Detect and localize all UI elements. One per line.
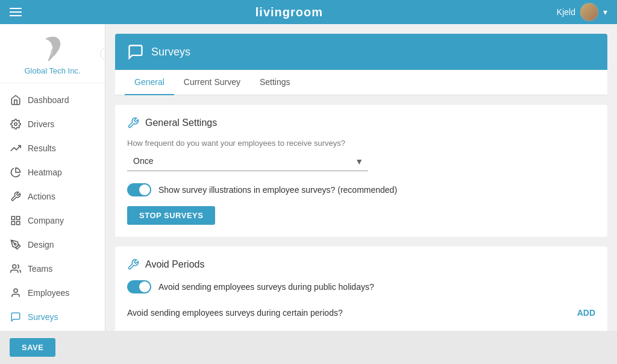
trending-icon <box>10 142 22 154</box>
save-bar: SAVE <box>0 331 617 364</box>
avoid-periods-card: Avoid Periods Avoid sending employees su… <box>115 246 607 331</box>
page-title: Surveys <box>151 46 190 58</box>
add-period-button[interactable]: ADD <box>577 308 595 318</box>
pie-icon <box>10 166 22 178</box>
illustrations-toggle-label: Show survey illustrations in employee su… <box>158 185 397 195</box>
avoid-periods-title: Avoid Periods <box>145 259 204 270</box>
certain-periods-label: Avoid sending employees surveys during c… <box>127 308 343 318</box>
sidebar-item-company[interactable]: Company <box>0 209 105 233</box>
sidebar-item-label: Dashboard <box>28 95 69 105</box>
sidebar-item-surveys[interactable]: Surveys <box>0 305 105 329</box>
home-icon <box>10 94 22 106</box>
sidebar-logo-area: Global Tech Inc. ‹ <box>0 24 105 83</box>
app-title: livingroom <box>255 5 323 19</box>
tab-general[interactable]: General <box>125 70 174 95</box>
svg-rect-3 <box>17 216 20 219</box>
sidebar-item-design[interactable]: Design <box>0 233 105 257</box>
topbar: livingroom Kjeld ▾ <box>0 0 617 24</box>
svg-rect-4 <box>11 222 14 225</box>
sidebar-item-heatmap[interactable]: Heatmap <box>0 160 105 184</box>
surveys-header-icon <box>127 43 144 60</box>
user-name: Kjeld <box>557 7 575 17</box>
hamburger-menu[interactable] <box>10 8 22 16</box>
sidebar-item-label: Teams <box>28 264 52 274</box>
sidebar: Global Tech Inc. ‹ Dashboard Drivers <box>0 24 105 331</box>
sidebar-item-teams[interactable]: Teams <box>0 257 105 281</box>
section-title-row: General Settings <box>127 117 595 129</box>
certain-periods-row: Avoid sending employees surveys during c… <box>127 303 595 322</box>
avoid-periods-icon <box>127 259 139 271</box>
sidebar-item-label: Drivers <box>28 119 54 129</box>
illustrations-toggle[interactable] <box>127 183 151 196</box>
sidebar-nav: Dashboard Drivers Results <box>0 83 105 331</box>
tab-settings[interactable]: Settings <box>250 70 300 95</box>
general-settings-title: General Settings <box>145 118 217 128</box>
sidebar-item-label: Heatmap <box>28 168 62 177</box>
save-button[interactable]: SAVE <box>10 338 55 357</box>
illustrations-toggle-row: Show survey illustrations in employee su… <box>127 183 595 196</box>
tab-current-survey[interactable]: Current Survey <box>174 70 250 95</box>
holidays-toggle-label: Avoid sending employees surveys during p… <box>158 282 374 292</box>
sidebar-item-label: Actions <box>28 192 55 201</box>
frequency-select[interactable]: Once Weekly Monthly Quarterly <box>127 151 368 171</box>
topbar-left <box>10 8 22 16</box>
person-icon <box>10 287 22 299</box>
avoid-periods-title-row: Avoid Periods <box>127 259 595 271</box>
company-name: Global Tech Inc. <box>25 66 81 75</box>
sidebar-collapse-button[interactable]: ‹ <box>100 48 105 60</box>
frequency-select-container: Once Weekly Monthly Quarterly ▼ <box>127 151 368 171</box>
avatar[interactable] <box>580 3 598 21</box>
svg-rect-5 <box>17 222 20 225</box>
sidebar-item-employees[interactable]: Employees <box>0 281 105 305</box>
holidays-toggle-row: Avoid sending employees surveys during p… <box>127 280 595 293</box>
holidays-toggle[interactable] <box>127 280 151 293</box>
svg-point-8 <box>14 289 17 292</box>
svg-point-7 <box>13 265 16 268</box>
gear-icon <box>10 118 22 130</box>
people-icon <box>10 263 22 275</box>
general-settings-card: General Settings How frequent do you wan… <box>115 105 607 237</box>
sidebar-item-label: Employees <box>28 288 69 298</box>
tabs-bar: General Current Survey Settings <box>115 70 607 95</box>
content-area: Surveys General Current Survey Settings … <box>105 24 617 331</box>
wrench-icon <box>10 190 22 202</box>
svg-point-1 <box>14 123 17 126</box>
sidebar-item-label: Design <box>28 240 54 249</box>
chat-icon <box>10 311 22 323</box>
building-icon <box>10 215 22 227</box>
sidebar-item-actions[interactable]: Actions <box>0 184 105 209</box>
sidebar-item-results[interactable]: Results <box>0 136 105 160</box>
frequency-label: How frequent do you want your employees … <box>127 139 595 148</box>
sidebar-item-label: Results <box>28 143 56 153</box>
main-layout: Global Tech Inc. ‹ Dashboard Drivers <box>0 24 617 331</box>
company-logo <box>40 34 64 64</box>
page-header: Surveys <box>115 34 607 70</box>
stop-surveys-button[interactable]: STOP SURVEYS <box>127 206 215 225</box>
sidebar-item-dashboard[interactable]: Dashboard <box>0 88 105 112</box>
svg-point-6 <box>14 243 16 245</box>
svg-rect-2 <box>11 216 14 219</box>
sidebar-item-drivers[interactable]: Drivers <box>0 112 105 136</box>
user-menu-chevron[interactable]: ▾ <box>603 7 607 17</box>
topbar-right: Kjeld ▾ <box>557 3 607 21</box>
palette-icon <box>10 239 22 251</box>
sidebar-item-label: Company <box>28 216 64 225</box>
general-settings-icon <box>127 117 139 129</box>
sidebar-item-label: Surveys <box>28 312 58 322</box>
